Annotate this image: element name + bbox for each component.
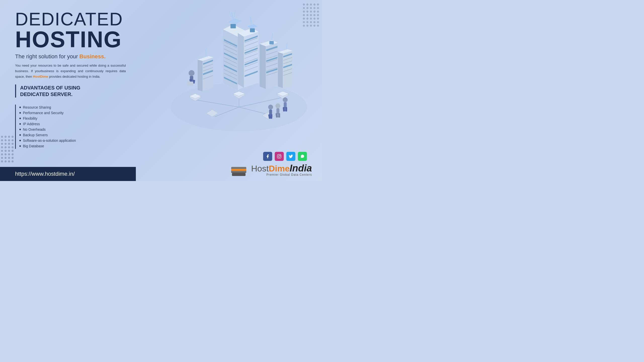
svg-point-126 bbox=[8, 150, 10, 152]
svg-point-174 bbox=[317, 25, 319, 27]
logo-icon bbox=[230, 162, 248, 177]
svg-point-149 bbox=[317, 7, 319, 9]
svg-point-160 bbox=[303, 18, 305, 20]
svg-point-127 bbox=[12, 150, 14, 152]
svg-point-119 bbox=[12, 143, 14, 145]
svg-point-140 bbox=[303, 4, 305, 6]
svg-point-129 bbox=[5, 153, 7, 155]
svg-point-145 bbox=[303, 7, 305, 9]
logo-host: Host bbox=[251, 164, 269, 173]
svg-rect-180 bbox=[232, 173, 246, 176]
svg-point-115 bbox=[12, 139, 14, 141]
svg-rect-103 bbox=[285, 107, 287, 111]
svg-point-109 bbox=[5, 136, 7, 138]
bottom-bar: https://www.hostdime.in/ bbox=[0, 167, 136, 181]
svg-point-122 bbox=[8, 146, 10, 148]
svg-point-153 bbox=[313, 11, 315, 13]
list-item: IP Address bbox=[19, 121, 126, 127]
svg-point-91 bbox=[189, 70, 194, 76]
svg-point-177 bbox=[280, 155, 280, 156]
svg-point-143 bbox=[313, 4, 315, 6]
svg-line-32 bbox=[234, 10, 235, 17]
svg-point-171 bbox=[306, 25, 308, 27]
svg-point-166 bbox=[306, 21, 308, 23]
svg-point-146 bbox=[306, 7, 308, 9]
svg-rect-99 bbox=[270, 114, 272, 119]
svg-point-155 bbox=[303, 14, 305, 16]
subtitle-highlight: Business. bbox=[79, 53, 106, 60]
social-icons-container bbox=[263, 152, 307, 161]
decorative-dots-left bbox=[0, 135, 15, 166]
svg-line-90 bbox=[206, 50, 206, 56]
svg-marker-37 bbox=[238, 33, 244, 88]
advantages-title: ADVANTAGES OF USINGDEDICATED SERVER. bbox=[20, 84, 126, 98]
title-hosting: HOSTING bbox=[15, 28, 126, 51]
logo-dime: Dime bbox=[269, 164, 290, 173]
svg-rect-183 bbox=[231, 169, 246, 170]
logo-area: HostDimeIndia Premier Global Data Center… bbox=[230, 162, 312, 177]
svg-point-121 bbox=[5, 146, 7, 148]
svg-marker-70 bbox=[278, 52, 283, 88]
svg-rect-52 bbox=[250, 28, 255, 32]
server-illustration bbox=[166, 5, 312, 151]
instagram-icon[interactable] bbox=[275, 152, 284, 161]
svg-rect-107 bbox=[278, 113, 280, 117]
svg-point-164 bbox=[317, 18, 319, 20]
svg-point-118 bbox=[8, 143, 10, 145]
decorative-dots-right bbox=[302, 3, 322, 29]
svg-point-151 bbox=[306, 11, 308, 13]
url-text[interactable]: https://www.hostdime.in/ bbox=[15, 171, 75, 177]
svg-point-117 bbox=[5, 143, 7, 145]
list-item: No Overheads bbox=[19, 127, 126, 132]
svg-point-123 bbox=[12, 146, 14, 148]
svg-marker-55 bbox=[260, 44, 266, 89]
svg-point-154 bbox=[317, 11, 319, 13]
svg-rect-95 bbox=[187, 82, 193, 85]
svg-point-152 bbox=[310, 11, 312, 13]
svg-point-163 bbox=[313, 18, 315, 20]
list-item: Backup Servers bbox=[19, 132, 126, 138]
list-item: Flexibility bbox=[19, 116, 126, 121]
svg-line-33 bbox=[229, 11, 232, 18]
svg-point-96 bbox=[268, 105, 273, 109]
svg-point-114 bbox=[8, 139, 10, 141]
subtitle-prefix: The right solution for your bbox=[15, 53, 79, 60]
svg-rect-102 bbox=[283, 107, 285, 112]
advantages-box: ADVANTAGES OF USINGDEDICATED SERVER. bbox=[15, 84, 126, 98]
svg-point-132 bbox=[1, 157, 3, 159]
svg-point-137 bbox=[5, 160, 7, 162]
svg-point-110 bbox=[8, 136, 10, 138]
svg-line-66 bbox=[272, 33, 273, 40]
list-item: Performance and Security bbox=[19, 110, 126, 116]
logo-text-wrapper: HostDimeIndia Premier Global Data Center… bbox=[251, 163, 312, 176]
whatsapp-icon[interactable] bbox=[298, 152, 307, 161]
svg-point-142 bbox=[310, 4, 312, 6]
svg-point-159 bbox=[317, 14, 319, 16]
svg-point-131 bbox=[12, 153, 14, 155]
logo-tagline: Premier Global Data Centers bbox=[251, 173, 312, 176]
svg-point-138 bbox=[8, 160, 10, 162]
svg-point-100 bbox=[283, 97, 288, 102]
svg-point-141 bbox=[306, 4, 308, 6]
logo-india: India bbox=[290, 163, 312, 173]
twitter-icon[interactable] bbox=[286, 152, 295, 161]
list-item: Resource Sharing bbox=[19, 105, 126, 110]
svg-point-150 bbox=[303, 11, 305, 13]
svg-point-133 bbox=[5, 157, 7, 159]
svg-line-79 bbox=[287, 43, 287, 49]
svg-point-104 bbox=[275, 104, 280, 108]
svg-point-108 bbox=[1, 136, 3, 138]
list-item: Software-as-a-solution application bbox=[19, 138, 126, 143]
svg-point-158 bbox=[313, 14, 315, 16]
svg-point-147 bbox=[310, 7, 312, 9]
svg-point-172 bbox=[310, 25, 312, 27]
svg-point-176 bbox=[278, 155, 280, 157]
facebook-icon[interactable] bbox=[263, 152, 272, 161]
svg-point-156 bbox=[306, 14, 308, 16]
svg-marker-30 bbox=[228, 18, 242, 24]
svg-point-144 bbox=[317, 4, 319, 6]
svg-point-157 bbox=[310, 14, 312, 16]
svg-marker-50 bbox=[248, 24, 257, 29]
svg-line-51 bbox=[251, 17, 251, 24]
svg-point-112 bbox=[1, 139, 3, 141]
